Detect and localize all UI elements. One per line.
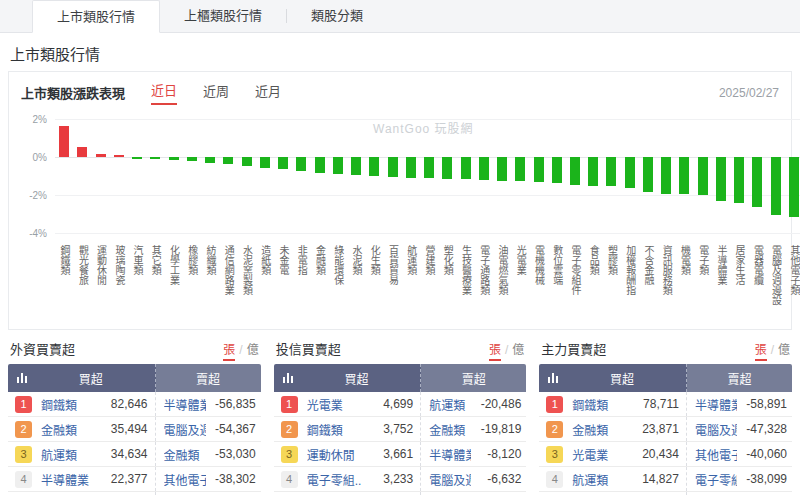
chart-bar [625, 157, 635, 188]
buy-sector-link[interactable]: 鋼鐵類 [307, 421, 362, 438]
foreign-investors-section: 外資買賣超 張/億 買超 賣超 1鋼鐵類82,646半導體業-56,8352金融… [8, 339, 261, 496]
tab-listed-sectors[interactable]: 上市類股行情 [32, 0, 160, 33]
chart-bar [515, 157, 525, 181]
chart-bar [223, 157, 233, 164]
gridline [55, 195, 800, 196]
chart-bar [96, 154, 106, 157]
rank-badge: 1 [15, 396, 32, 413]
rank-badge: 2 [281, 421, 298, 438]
unit-separator: / [505, 343, 508, 357]
buy-sector-link[interactable]: 金融類 [41, 421, 96, 438]
buy-column-header: 買超 [558, 370, 686, 387]
buy-sector-link[interactable]: 電子零組... [307, 471, 362, 488]
chart-header: 上市類股漲跌表現 近日 近周 近月 2025/02/27 [9, 72, 791, 107]
chart-bar [369, 157, 379, 176]
y-tick: 2% [15, 114, 47, 125]
chart-x-label: 資訊服務類 [659, 245, 673, 329]
sell-sector-link[interactable]: 金融類 [429, 421, 471, 438]
buy-value: 4,699 [361, 397, 420, 411]
rank-badge: 2 [546, 421, 563, 438]
unit-toggle-amount[interactable]: 億 [247, 343, 259, 357]
buy-sector-link[interactable]: 運動休閒 [307, 446, 362, 463]
unit-toggle-amount[interactable]: 億 [778, 343, 790, 357]
chart-x-label: 食品類 [586, 245, 600, 329]
rank-badge: 1 [546, 396, 563, 413]
investment-trust-section: 投信買賣超 張/億 買超 賣超 1光電業4,699航運類-20,4862鋼鐵類3… [274, 339, 527, 496]
chart-plot-area: 2% 0% -2% -4% WantGoo 玩股網 [9, 109, 791, 241]
chart-x-label: 電子通路類 [477, 245, 491, 329]
chart-x-label: 汽車類 [130, 245, 144, 329]
table-row: 1鋼鐵類82,646半導體業-56,835 [8, 392, 261, 417]
rank-badge: 4 [546, 471, 563, 488]
buy-sector-link[interactable]: 鋼鐵類 [572, 396, 627, 413]
sell-sector-link[interactable]: 航運類 [429, 396, 471, 413]
buy-value: 3,752 [361, 422, 420, 436]
chart-x-label: 數位雲端 [550, 245, 564, 329]
buy-sector-link[interactable]: 航運類 [41, 446, 96, 463]
chart-bar [734, 157, 744, 203]
sector-performance-card: 上市類股漲跌表現 近日 近周 近月 2025/02/27 2% 0% -2% -… [8, 71, 792, 330]
table-row: 4航運類14,827電子零組...-38,099 [539, 467, 792, 492]
chart-x-label: 生技醫療業 [459, 245, 473, 329]
sell-sector-link[interactable]: 其他電子... [695, 446, 737, 463]
unit-toggle-shares[interactable]: 張 [223, 343, 235, 361]
buy-sector-link[interactable]: 半導體業 [41, 471, 96, 488]
chart-bar [278, 157, 288, 169]
sell-sector-link[interactable]: 金融類 [164, 446, 206, 463]
sell-value: -8,120 [471, 447, 526, 461]
chart-x-label: 電子零組件 [568, 245, 582, 329]
table-row: 5光電業15,545電子零組...-34,165 [8, 492, 261, 496]
rank-badge: 3 [15, 446, 32, 463]
table-row: 4半導體業22,377其他電子...-38,302 [8, 467, 261, 492]
tab-sector-categories[interactable]: 類股分類 [287, 0, 387, 32]
page-title: 上市類股行情 [10, 43, 800, 64]
buy-value: 3,661 [361, 447, 420, 461]
chart-x-label: 電腦及週邊設 [769, 245, 783, 329]
chart-x-label: 電子類 [696, 245, 710, 329]
unit-toggle-shares[interactable]: 張 [489, 343, 501, 361]
chart-x-label: 橡膠類 [185, 245, 199, 329]
chart-bar [132, 157, 142, 159]
buy-sector-link[interactable]: 鋼鐵類 [41, 396, 96, 413]
chart-x-label: 其它類 [148, 245, 162, 329]
range-tab-day[interactable]: 近日 [151, 80, 177, 105]
chart-bar [351, 157, 361, 175]
sell-sector-link[interactable]: 電腦及週... [429, 471, 471, 488]
table-header: 買超 賣超 [274, 364, 527, 392]
table-header: 買超 賣超 [8, 364, 261, 392]
chart-bar [260, 157, 270, 168]
chart-x-label: 金融類 [313, 245, 327, 329]
buy-column-header: 買超 [293, 370, 421, 387]
range-tab-month[interactable]: 近月 [255, 81, 281, 104]
chart-bar [187, 157, 197, 161]
sell-sector-link[interactable]: 電子零組... [695, 471, 737, 488]
chart-bar [406, 157, 416, 178]
chart-x-label: 鋼鐵類 [57, 245, 71, 329]
table-row: 3光電業20,434其他電子...-40,060 [539, 442, 792, 467]
sell-value: -19,819 [471, 422, 526, 436]
chart-x-label: 機電類 [677, 245, 691, 329]
unit-toggle-amount[interactable]: 億 [512, 343, 524, 357]
buy-value: 22,377 [96, 472, 155, 486]
sell-sector-link[interactable]: 其他電子... [164, 471, 206, 488]
sell-sector-link[interactable]: 半導體業 [429, 446, 471, 463]
buy-sector-link[interactable]: 光電業 [572, 446, 627, 463]
range-tab-week[interactable]: 近周 [203, 81, 229, 104]
sell-sector-link[interactable]: 半導體業 [695, 396, 737, 413]
chart-bar [424, 157, 434, 178]
buy-sector-link[interactable]: 航運類 [572, 471, 627, 488]
buy-value: 78,711 [627, 397, 686, 411]
chart-bar [77, 147, 87, 157]
sell-sector-link[interactable]: 電腦及週... [164, 421, 206, 438]
table-row: 1鋼鐵類78,711半導體業-58,891 [539, 392, 792, 417]
buy-sector-link[interactable]: 光電業 [307, 396, 362, 413]
unit-toggle-shares[interactable]: 張 [755, 343, 767, 361]
tab-otc-sectors[interactable]: 上櫃類股行情 [160, 0, 286, 32]
sell-sector-link[interactable]: 電腦及週... [695, 421, 737, 438]
sell-sector-link[interactable]: 半導體業 [164, 396, 206, 413]
sell-value: -56,835 [206, 397, 261, 411]
major-players-section: 主力買賣超 張/億 買超 賣超 1鋼鐵類78,711半導體業-58,8912金融… [539, 339, 792, 496]
sell-value: -20,486 [471, 397, 526, 411]
buy-sector-link[interactable]: 金融類 [572, 421, 627, 438]
chart-bars: WantGoo 玩股網 [55, 111, 800, 239]
